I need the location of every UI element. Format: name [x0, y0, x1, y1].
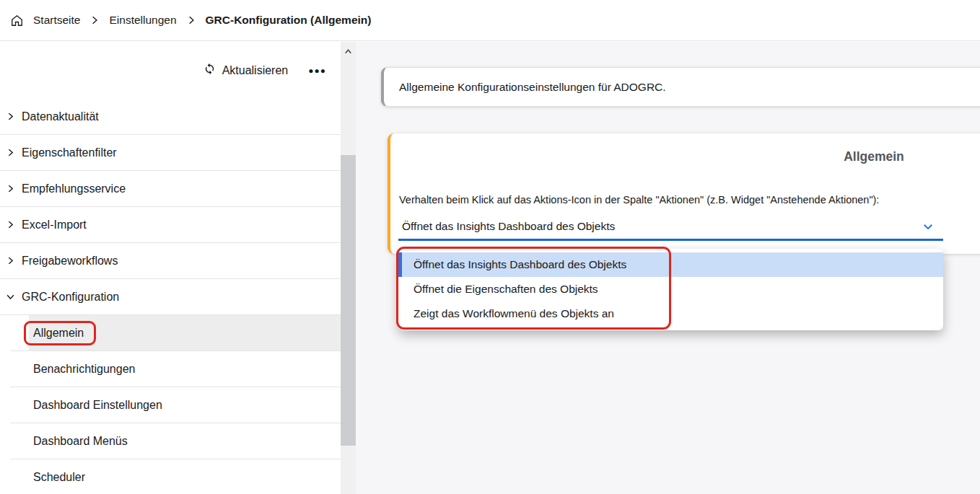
sidebar-item-dashboard-menues[interactable]: Dashboard Menüs	[10, 423, 341, 459]
sidebar-item-label: Dashboard Menüs	[33, 435, 128, 448]
app-window: Startseite Einstellungen GRC-Konfigurati…	[0, 0, 980, 494]
refresh-button-label: Aktualisieren	[222, 64, 289, 77]
dropdown-menu: Öffnet das Insights Dashboard des Objekt…	[398, 249, 943, 330]
refresh-icon	[204, 63, 216, 78]
sidebar-item-scheduler[interactable]: Scheduler	[10, 459, 341, 494]
settings-tree: Datenaktualität Eigenschaftenfilter Empf…	[0, 99, 341, 494]
sidebar-item-grc-konfiguration[interactable]: GRC-Konfiguration	[0, 279, 341, 315]
sidebar-item-empfehlungsservice[interactable]: Empfehlungsservice	[0, 171, 341, 207]
sidebar-item-label: Eigenschaftenfilter	[22, 146, 117, 159]
scrollbar-thumb[interactable]	[341, 155, 356, 446]
chevron-right-icon	[6, 256, 22, 265]
more-options-icon[interactable]: ●●●	[307, 66, 328, 76]
scroll-up-icon[interactable]	[341, 45, 356, 57]
sidebar-item-datenaktualitaet[interactable]: Datenaktualität	[0, 99, 341, 135]
chevron-right-icon	[6, 184, 22, 193]
allgemein-panel: Allgemein Verhalten beim Klick auf das A…	[388, 133, 980, 254]
sidebar-item-freigabeworkflows[interactable]: Freigabeworkflows	[0, 243, 341, 279]
action-icon-behavior-label: Verhalten beim Klick auf das Aktions-Ico…	[399, 194, 879, 206]
sidebar-toolbar: Aktualisieren ●●●	[0, 42, 341, 99]
sidebar-item-label: Dashboard Einstellungen	[33, 399, 162, 412]
sidebar-item-eigenschaftenfilter[interactable]: Eigenschaftenfilter	[0, 135, 341, 171]
breadcrumb-current: GRC-Konfiguration (Allgemein)	[206, 14, 372, 27]
breadcrumb-einstellungen[interactable]: Einstellungen	[109, 14, 176, 27]
select-value: Öffnet das Insights Dashboard des Objekt…	[402, 220, 615, 233]
action-behavior-select[interactable]: Öffnet das Insights Dashboard des Objekt…	[398, 214, 943, 241]
chevron-right-icon	[6, 220, 22, 229]
option-label: Zeigt das Workflowmenü des Objekts an	[414, 307, 614, 320]
sidebar-item-label: Datenaktualität	[22, 110, 99, 123]
sidebar-item-label: Scheduler	[33, 471, 85, 484]
dropdown-option-insights-dashboard[interactable]: Öffnet das Insights Dashboard des Objekt…	[398, 252, 943, 277]
chevron-right-icon	[89, 15, 100, 25]
chevron-down-icon	[922, 220, 935, 233]
sidebar-scrollbar[interactable]	[341, 42, 356, 494]
sidebar-item-excel-import[interactable]: Excel-Import	[0, 207, 341, 243]
dropdown-option-workflowmenue[interactable]: Zeigt das Workflowmenü des Objekts an	[398, 301, 943, 326]
refresh-button[interactable]: Aktualisieren	[204, 63, 289, 78]
sidebar-item-benachrichtigungen[interactable]: Benachrichtigungen	[10, 351, 341, 387]
sidebar-item-label: Benachrichtigungen	[33, 363, 135, 376]
option-label: Öffnet das Insights Dashboard des Objekt…	[414, 258, 626, 271]
annotation-box-allgemein: Allgemein	[24, 321, 96, 345]
chevron-right-icon	[186, 15, 196, 25]
chevron-right-icon	[6, 112, 22, 121]
breadcrumb-startseite[interactable]: Startseite	[33, 14, 80, 27]
option-label: Öffnet die Eigenschaften des Objekts	[414, 283, 598, 296]
sidebar-item-label: Freigabeworkflows	[22, 255, 118, 268]
sidebar-item-label: Empfehlungsservice	[22, 182, 126, 195]
info-banner: Allgemeine Konfigurationseinstellungen f…	[381, 67, 980, 107]
sidebar-item-label: Excel-Import	[22, 219, 87, 231]
home-icon[interactable]	[10, 14, 24, 27]
panel-title: Allgemein	[834, 149, 914, 164]
sidebar-item-allgemein[interactable]: Allgemein	[10, 315, 341, 351]
main-content: Allgemeine Konfigurationseinstellungen f…	[356, 42, 980, 494]
sidebar-item-dashboard-einstellungen[interactable]: Dashboard Einstellungen	[10, 387, 341, 423]
sidebar-item-label: Allgemein	[33, 327, 84, 339]
settings-sidebar: Aktualisieren ●●● Datenaktualität Eigens…	[0, 42, 341, 494]
chevron-down-icon	[6, 292, 22, 301]
breadcrumb: Startseite Einstellungen GRC-Konfigurati…	[0, 0, 980, 41]
chevron-right-icon	[6, 148, 22, 157]
info-banner-text: Allgemeine Konfigurationseinstellungen f…	[399, 81, 666, 94]
dropdown-option-eigenschaften[interactable]: Öffnet die Eigenschaften des Objekts	[398, 277, 943, 301]
sidebar-item-label: GRC-Konfiguration	[22, 291, 119, 304]
